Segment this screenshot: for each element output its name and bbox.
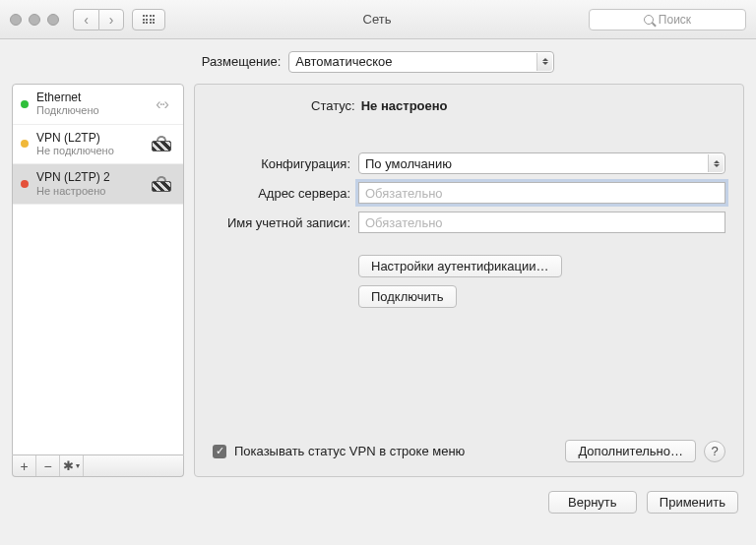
location-label: Размещение:: [202, 54, 282, 69]
service-name: VPN (L2TP) 2: [36, 170, 140, 184]
minimize-icon[interactable]: [29, 14, 40, 26]
location-select[interactable]: Автоматическое: [288, 51, 554, 73]
ethernet-icon: ‹··›: [148, 93, 175, 115]
status-row: Статус: Не настроено: [213, 98, 725, 113]
service-name: Ethernet: [36, 91, 140, 104]
status-dot-icon: [21, 140, 29, 148]
forward-button[interactable]: ›: [98, 9, 124, 30]
lock-icon: [148, 173, 175, 195]
remove-service-button[interactable]: −: [36, 455, 60, 476]
location-value: Автоматическое: [295, 54, 392, 69]
show-vpn-label: Показывать статус VPN в строке меню: [234, 444, 557, 458]
search-input[interactable]: Поиск: [589, 9, 746, 30]
bottom-bar: Вернуть Применить: [0, 477, 756, 526]
search-placeholder: Поиск: [659, 13, 691, 27]
sidebar-item-vpn1[interactable]: VPN (L2TP) Не подключено: [13, 125, 183, 165]
window-title: Сеть: [173, 12, 581, 27]
sidebar-item-text: Ethernet Подключено: [36, 91, 140, 118]
apply-button[interactable]: Применить: [647, 491, 738, 514]
action-buttons: Настройки аутентификации… Подключить: [213, 255, 725, 308]
auth-settings-button[interactable]: Настройки аутентификации…: [358, 255, 562, 277]
revert-button[interactable]: Вернуть: [548, 491, 637, 514]
zoom-icon[interactable]: [47, 14, 59, 26]
service-status: Подключено: [36, 104, 140, 117]
status-label: Статус:: [311, 98, 355, 113]
service-actions-button[interactable]: ✱▾: [60, 455, 84, 476]
nav-buttons: ‹ ›: [73, 9, 124, 30]
traffic-lights: [10, 14, 59, 26]
show-vpn-checkbox[interactable]: ✓: [213, 445, 226, 458]
titlebar: ‹ › Сеть Поиск: [0, 0, 756, 39]
sidebar-item-vpn2[interactable]: VPN (L2TP) 2 Не настроено: [13, 164, 183, 205]
config-value: По умолчанию: [365, 156, 452, 171]
status-dot-icon: [21, 180, 29, 188]
account-label: Имя учетной записи:: [213, 215, 350, 230]
back-button[interactable]: ‹: [73, 9, 98, 30]
service-status: Не настроено: [36, 185, 140, 198]
account-row: Имя учетной записи:: [213, 212, 725, 233]
config-row: Конфигурация: По умолчанию: [213, 152, 725, 174]
server-label: Адрес сервера:: [213, 186, 350, 201]
lock-icon: [148, 133, 175, 154]
detail-footer: ✓ Показывать статус VPN в строке меню До…: [213, 440, 725, 462]
server-input[interactable]: [358, 182, 725, 204]
service-name: VPN (L2TP): [36, 131, 140, 145]
server-row: Адрес сервера:: [213, 182, 725, 204]
chevron-updown-icon: [708, 154, 724, 172]
add-service-button[interactable]: +: [13, 455, 36, 476]
close-icon[interactable]: [10, 14, 22, 26]
sidebar-item-text: VPN (L2TP) Не подключено: [36, 131, 140, 158]
main-area: Ethernet Подключено ‹··› VPN (L2TP) Не п…: [0, 84, 756, 477]
connect-button[interactable]: Подключить: [358, 285, 457, 308]
sidebar: Ethernet Подключено ‹··› VPN (L2TP) Не п…: [12, 84, 184, 477]
location-row: Размещение: Автоматическое: [0, 39, 756, 84]
config-label: Конфигурация:: [213, 156, 350, 171]
status-dot-icon: [21, 100, 29, 108]
status-value: Не настроено: [361, 98, 448, 113]
account-input[interactable]: [358, 212, 725, 233]
detail-panel: Статус: Не настроено Конфигурация: По ум…: [194, 84, 744, 477]
search-icon: [644, 15, 654, 25]
show-all-button[interactable]: [132, 9, 165, 30]
sidebar-item-text: VPN (L2TP) 2 Не настроено: [36, 170, 140, 198]
service-list: Ethernet Подключено ‹··› VPN (L2TP) Не п…: [12, 84, 184, 455]
config-select[interactable]: По умолчанию: [358, 152, 725, 174]
chevron-updown-icon: [536, 53, 552, 71]
help-button[interactable]: ?: [704, 441, 725, 462]
sidebar-toolbar: + − ✱▾: [12, 455, 184, 477]
grid-icon: [143, 15, 156, 24]
sidebar-item-ethernet[interactable]: Ethernet Подключено ‹··›: [13, 85, 183, 125]
service-status: Не подключено: [36, 145, 140, 157]
advanced-button[interactable]: Дополнительно…: [565, 440, 696, 462]
